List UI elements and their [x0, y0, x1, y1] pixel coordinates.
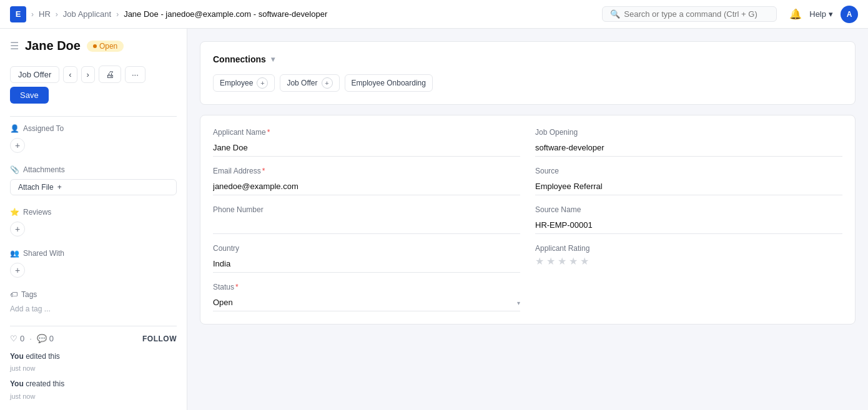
- phone-input[interactable]: [213, 217, 520, 234]
- hamburger-icon[interactable]: ☰: [10, 40, 19, 52]
- rating-stars: ★ ★ ★ ★ ★: [535, 255, 842, 267]
- follow-button[interactable]: FOLLOW: [142, 334, 177, 343]
- star-3[interactable]: ★: [558, 255, 566, 267]
- add-assigned-to-button[interactable]: +: [10, 138, 25, 153]
- email-input[interactable]: [213, 178, 520, 195]
- connections-tags: Employee + Job Offer + Employee Onboardi…: [213, 74, 842, 92]
- status-badge: Open: [87, 41, 124, 52]
- paperclip-icon: 📎: [10, 165, 19, 174]
- reviews-section: ⭐ Reviews +: [10, 208, 177, 237]
- applicant-name-group: Applicant Name*: [213, 128, 520, 157]
- country-input[interactable]: [213, 255, 520, 273]
- add-tag-button[interactable]: Add a tag ...: [10, 305, 51, 313]
- country-group: Country: [213, 244, 520, 273]
- attach-file-label: Attach File: [18, 183, 54, 192]
- star-5[interactable]: ★: [580, 255, 589, 267]
- next-button[interactable]: ›: [81, 66, 95, 83]
- comments-count: 0: [49, 334, 54, 343]
- form-card: Applicant Name* Job Opening Email Addres…: [200, 115, 856, 325]
- attach-file-button[interactable]: Attach File +: [10, 179, 177, 195]
- source-name-label: Source Name: [535, 205, 842, 214]
- connection-label-job-offer: Job Offer: [287, 79, 317, 87]
- content-area: Connections ▾ Employee + Job Offer + Emp…: [187, 29, 868, 410]
- more-button[interactable]: ···: [125, 66, 145, 83]
- connection-tag-onboarding[interactable]: Employee Onboarding: [345, 74, 433, 92]
- collapse-icon[interactable]: ▾: [271, 55, 275, 64]
- breadcrumb-section[interactable]: Job Applicant: [63, 9, 111, 19]
- connection-add-employee[interactable]: +: [257, 77, 268, 89]
- phone-label: Phone Number: [213, 205, 520, 214]
- sidebar-divider-2: [10, 326, 177, 326]
- connection-tag-job-offer[interactable]: Job Offer +: [280, 74, 339, 92]
- likes-stat: ♡ 0: [10, 334, 24, 343]
- help-chevron-icon: ▾: [829, 9, 833, 19]
- main-layout: ☰ Jane Doe Open Job Offer ‹ › 🖨 ··· Save…: [0, 29, 868, 410]
- page-title: Jane Doe: [25, 39, 81, 53]
- connections-header: Connections ▾: [213, 54, 842, 64]
- status-select[interactable]: Open Closed Rejected: [213, 294, 520, 311]
- breadcrumb-hr[interactable]: HR: [39, 9, 51, 19]
- app-logo[interactable]: E: [10, 6, 26, 22]
- notification-bell-icon[interactable]: 🔔: [789, 8, 802, 20]
- search-box[interactable]: 🔍: [602, 6, 777, 22]
- email-label: Email Address*: [213, 167, 520, 175]
- assigned-to-label: Assigned To: [23, 124, 64, 133]
- nav-right: 🔔 Help ▾ A: [789, 6, 858, 23]
- activity-log: You edited this just now You created thi…: [10, 351, 177, 403]
- activity-1-time: just now: [10, 364, 35, 372]
- person-icon: 👤: [10, 124, 19, 133]
- status-badge-text: Open: [99, 42, 117, 51]
- star-4[interactable]: ★: [569, 255, 578, 267]
- status-label: Status*: [213, 283, 520, 291]
- source-name-group: Source Name: [535, 205, 842, 234]
- applicant-name-input[interactable]: [213, 139, 520, 157]
- email-group: Email Address*: [213, 167, 520, 195]
- add-shared-with-button[interactable]: +: [10, 263, 25, 278]
- applicant-name-label: Applicant Name*: [213, 128, 520, 137]
- attachments-title: 📎 Attachments: [10, 165, 177, 174]
- attachments-section: 📎 Attachments Attach File +: [10, 165, 177, 195]
- job-opening-input[interactable]: [535, 139, 842, 157]
- activity-item-1: You edited this just now: [10, 351, 177, 374]
- save-button[interactable]: Save: [10, 87, 49, 104]
- people-icon: 👥: [10, 249, 19, 258]
- heart-icon: ♡: [10, 334, 17, 343]
- activity-item-2: You created this just now: [10, 378, 177, 402]
- tags-label: Tags: [21, 290, 37, 299]
- source-input[interactable]: [535, 178, 842, 195]
- shared-with-label: Shared With: [23, 249, 64, 258]
- activity-1-action: edited this: [26, 352, 60, 361]
- search-input[interactable]: [624, 9, 769, 19]
- user-avatar[interactable]: A: [841, 6, 858, 23]
- source-name-input[interactable]: [535, 217, 842, 234]
- sidebar-divider-1: [10, 116, 177, 117]
- tag-icon: 🏷: [10, 290, 17, 299]
- connection-add-job-offer[interactable]: +: [322, 77, 333, 89]
- help-button[interactable]: Help ▾: [809, 9, 833, 19]
- top-nav: E › HR › Job Applicant › Jane Doe - jane…: [0, 0, 868, 29]
- connection-tag-employee[interactable]: Employee +: [213, 74, 275, 92]
- tags-title: 🏷 Tags: [10, 290, 177, 299]
- breadcrumb-record: Jane Doe - janedoe@example.com - softwar…: [124, 9, 327, 19]
- connection-label-onboarding: Employee Onboarding: [352, 79, 426, 87]
- activity-2-action: created this: [26, 379, 64, 388]
- job-opening-group: Job Opening: [535, 128, 842, 157]
- star-1[interactable]: ★: [535, 255, 544, 267]
- comments-stat: 💬 0: [37, 334, 54, 343]
- source-group: Source: [535, 167, 842, 195]
- connections-title: Connections: [213, 54, 266, 64]
- activity-1-actor: You: [10, 352, 24, 361]
- activity-2-time: just now: [10, 393, 35, 400]
- activity-row: ♡ 0 · 💬 0 FOLLOW: [10, 334, 177, 343]
- star-2[interactable]: ★: [546, 255, 555, 267]
- print-button[interactable]: 🖨: [99, 66, 121, 83]
- job-offer-button[interactable]: Job Offer: [10, 66, 59, 83]
- sidebar: ☰ Jane Doe Open Job Offer ‹ › 🖨 ··· Save…: [0, 29, 187, 410]
- breadcrumb-sep-2: ›: [56, 10, 58, 19]
- activity-2-actor: You: [10, 379, 24, 388]
- prev-button[interactable]: ‹: [63, 66, 77, 83]
- status-group: Status* Open Closed Rejected ▾: [213, 283, 520, 311]
- help-label: Help: [809, 9, 826, 19]
- shared-with-section: 👥 Shared With +: [10, 249, 177, 278]
- add-review-button[interactable]: +: [10, 222, 25, 237]
